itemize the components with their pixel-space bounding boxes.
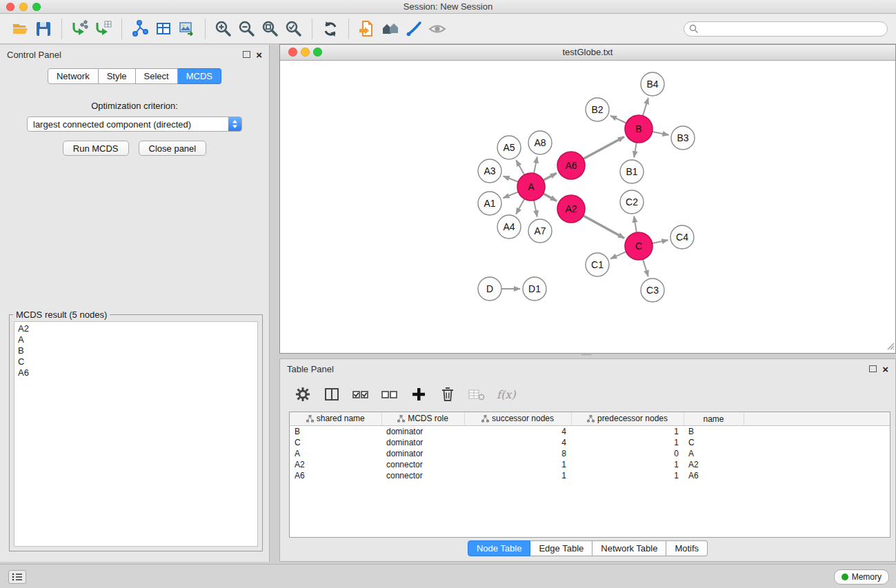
graph-node-A7[interactable]: A7 — [528, 219, 552, 243]
graph-node-A5[interactable]: A5 — [497, 136, 521, 159]
graph-node-C4[interactable]: C4 — [670, 225, 694, 249]
column-header-mcds-role[interactable]: MCDS role — [381, 412, 464, 426]
graph-node-A2[interactable]: A2 — [557, 195, 585, 223]
graph-node-D1[interactable]: D1 — [523, 277, 546, 301]
save-session-icon[interactable] — [32, 18, 55, 40]
graph-edge-A-A4[interactable] — [516, 199, 524, 214]
table-settings-gear-icon[interactable] — [291, 383, 315, 405]
graph-edge-A-A1[interactable] — [504, 192, 519, 198]
delete-column-trash-icon[interactable] — [436, 383, 459, 405]
mcds-result-item[interactable]: A — [18, 334, 254, 345]
home-icon[interactable] — [379, 18, 402, 40]
graph-node-A1[interactable]: A1 — [478, 192, 501, 215]
graph-edge-A2-C[interactable] — [584, 216, 625, 239]
graph-node-B1[interactable]: B1 — [620, 160, 644, 183]
column-header-shared-name[interactable]: shared name — [290, 412, 381, 426]
mcds-result-item[interactable]: A6 — [18, 367, 254, 378]
tab-mcds[interactable]: MCDS — [178, 68, 221, 84]
show-columns-icon[interactable] — [320, 383, 344, 405]
graph-node-B3[interactable]: B3 — [671, 126, 695, 150]
tab-select[interactable]: Select — [136, 68, 178, 84]
close-panel-button[interactable]: Close panel — [139, 141, 207, 156]
column-header-successor-nodes[interactable]: successor nodes — [464, 412, 571, 426]
task-history-list-icon[interactable] — [8, 570, 26, 584]
mcds-result-item[interactable]: B — [18, 345, 254, 356]
zoom-out-icon[interactable] — [235, 18, 259, 40]
select-all-columns-icon[interactable] — [349, 383, 372, 405]
table-row[interactable]: A2connector11A2 — [290, 459, 890, 470]
column-header-predecessor-nodes[interactable]: predecessor nodes — [571, 412, 684, 426]
graph-edge-A-A7[interactable] — [534, 201, 537, 217]
new-table-icon[interactable] — [152, 18, 175, 40]
graph-edge-B-B3[interactable] — [653, 132, 669, 135]
graph-node-B[interactable]: B — [625, 115, 653, 143]
float-panel-icon[interactable] — [243, 51, 250, 58]
run-mcds-button[interactable]: Run MCDS — [63, 141, 129, 156]
tab-edge-table[interactable]: Edge Table — [530, 540, 593, 556]
graph-node-C1[interactable]: C1 — [586, 253, 609, 276]
graph-node-C2[interactable]: C2 — [620, 190, 644, 214]
node-table-container[interactable]: shared name MCDS role successor nodes pr… — [289, 412, 890, 538]
show-graphics-details-icon[interactable] — [426, 18, 449, 40]
unselect-all-columns-icon[interactable] — [378, 383, 401, 405]
open-file-icon[interactable] — [355, 18, 379, 40]
table-row[interactable]: Bdominator41B — [290, 426, 890, 438]
graph-edge-A-A6[interactable] — [544, 173, 557, 180]
graph-edge-B-B2[interactable] — [610, 116, 626, 123]
export-image-icon[interactable] — [175, 18, 199, 40]
graph-node-A3[interactable]: A3 — [478, 159, 501, 183]
zoom-in-icon[interactable] — [212, 18, 235, 40]
mcds-result-item[interactable]: A2 — [18, 323, 254, 334]
refresh-icon[interactable] — [319, 18, 342, 40]
criterion-dropdown[interactable]: largest connected component (directed) — [27, 116, 242, 132]
mcds-result-list[interactable]: A2ABCA6 — [14, 321, 258, 547]
import-table-from-file-icon[interactable] — [92, 18, 115, 40]
graph-node-C3[interactable]: C3 — [641, 278, 664, 302]
apply-style-icon[interactable] — [402, 18, 426, 40]
graph-edge-C-C3[interactable] — [643, 259, 648, 276]
tab-motifs[interactable]: Motifs — [666, 540, 708, 556]
graph-edge-C-C1[interactable] — [610, 252, 626, 258]
memory-button[interactable]: Memory — [834, 569, 889, 585]
graph-edge-B-B4[interactable] — [643, 98, 648, 116]
graph-edge-A-A5[interactable] — [516, 160, 524, 174]
network-canvas[interactable]: B4B2BB3A5A8A6A3B1AC2A1A2A4A7C4CC1DD1C3 — [280, 61, 895, 353]
search-input[interactable] — [684, 21, 888, 37]
graph-edge-B-B1[interactable] — [634, 143, 637, 158]
graph-node-A[interactable]: A — [517, 173, 545, 201]
graph-node-A8[interactable]: A8 — [528, 131, 552, 154]
column-header-name[interactable]: name — [684, 412, 744, 426]
import-network-from-file-icon[interactable] — [68, 18, 92, 40]
graph-node-B2[interactable]: B2 — [586, 98, 609, 121]
zoom-fit-icon[interactable] — [259, 18, 282, 40]
graph-edge-A-A2[interactable] — [544, 194, 557, 201]
graph-edge-C-C2[interactable] — [634, 216, 637, 233]
graph-node-B4[interactable]: B4 — [641, 72, 664, 96]
graph-node-A4[interactable]: A4 — [497, 215, 521, 239]
tab-network[interactable]: Network — [48, 68, 99, 84]
table-row[interactable]: A6connector11A6 — [290, 470, 890, 481]
graph-node-A6[interactable]: A6 — [557, 152, 585, 179]
table-row[interactable]: Adominator80A — [290, 448, 890, 459]
create-column-plus-icon[interactable] — [407, 383, 430, 405]
tab-network-table[interactable]: Network Table — [593, 540, 666, 556]
svg-text:A7: A7 — [534, 225, 546, 236]
graph-edge-C-C4[interactable] — [653, 240, 668, 243]
zoom-selected-icon[interactable] — [282, 18, 306, 40]
table-row[interactable]: Cdominator41C — [290, 437, 890, 448]
graph-edge-A-A8[interactable] — [534, 157, 537, 174]
close-table-panel-icon[interactable]: × — [882, 364, 888, 374]
graph-node-D[interactable]: D — [478, 277, 501, 301]
resize-grip-icon[interactable] — [886, 342, 895, 352]
tab-node-table[interactable]: Node Table — [468, 540, 531, 556]
close-panel-icon[interactable]: × — [256, 50, 262, 60]
mcds-result-item[interactable]: C — [18, 356, 254, 367]
graph-edge-A6-B[interactable] — [584, 136, 624, 159]
open-session-icon[interactable] — [8, 18, 32, 40]
float-table-panel-icon[interactable] — [869, 365, 877, 372]
tab-style[interactable]: Style — [99, 68, 136, 84]
new-network-icon[interactable] — [128, 18, 152, 40]
graph-edge-A-A3[interactable] — [504, 176, 519, 182]
network-window-titlebar[interactable]: testGlobe.txt — [280, 45, 895, 61]
graph-node-C[interactable]: C — [625, 232, 653, 260]
